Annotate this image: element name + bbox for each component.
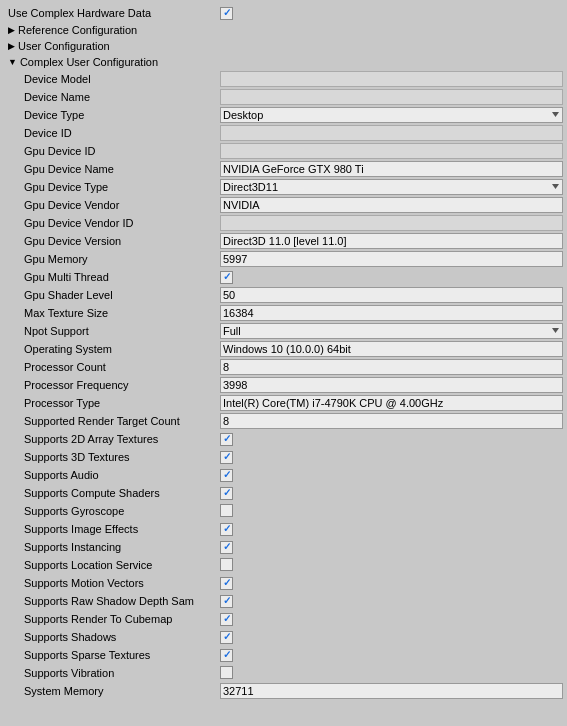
input-gpu-device-id: [220, 143, 563, 159]
field-row-device-type: Device TypeDesktop: [0, 106, 567, 124]
input-operating-system[interactable]: Windows 10 (10.0.0) 64bit: [220, 341, 563, 357]
field-row-gpu-memory: Gpu Memory5997: [0, 250, 567, 268]
label-gpu-device-type: Gpu Device Type: [0, 181, 220, 193]
value-col-supports-gyroscope: [220, 504, 567, 519]
label-supports-sparse-textures: Supports Sparse Textures: [0, 649, 220, 661]
value-col-max-texture-size: 16384: [220, 305, 567, 321]
value-col-gpu-device-version: Direct3D 11.0 [level 11.0]: [220, 233, 567, 249]
label-operating-system: Operating System: [0, 343, 220, 355]
complex-config-arrow: ▼: [8, 57, 17, 67]
value-col-supports-3d-textures: [220, 450, 567, 464]
input-max-texture-size[interactable]: 16384: [220, 305, 563, 321]
value-col-gpu-device-vendor: NVIDIA: [220, 197, 567, 213]
label-npot-support: Npot Support: [0, 325, 220, 337]
complex-config-header[interactable]: ▼ Complex User Configuration: [0, 54, 567, 70]
field-row-gpu-device-version: Gpu Device VersionDirect3D 11.0 [level 1…: [0, 232, 567, 250]
user-config-header[interactable]: ▶ User Configuration: [0, 38, 567, 54]
field-row-supports-2d-array-textures: Supports 2D Array Textures: [0, 430, 567, 448]
input-gpu-memory[interactable]: 5997: [220, 251, 563, 267]
field-row-system-memory: System Memory32711: [0, 682, 567, 700]
field-row-gpu-device-type: Gpu Device TypeDirect3D11: [0, 178, 567, 196]
value-col-processor-count: 8: [220, 359, 567, 375]
label-supports-shadows: Supports Shadows: [0, 631, 220, 643]
field-row-supports-shadows: Supports Shadows: [0, 628, 567, 646]
input-gpu-device-name[interactable]: NVIDIA GeForce GTX 980 Ti: [220, 161, 563, 177]
checkbox-supports-instancing[interactable]: [220, 541, 233, 554]
value-col-gpu-device-name: NVIDIA GeForce GTX 980 Ti: [220, 161, 567, 177]
label-processor-count: Processor Count: [0, 361, 220, 373]
label-device-id: Device ID: [0, 127, 220, 139]
input-system-memory[interactable]: 32711: [220, 683, 563, 699]
value-col-processor-type: Intel(R) Core(TM) i7-4790K CPU @ 4.00GHz: [220, 395, 567, 411]
field-row-supports-location-service: Supports Location Service: [0, 556, 567, 574]
label-gpu-shader-level: Gpu Shader Level: [0, 289, 220, 301]
field-row-supports-image-effects: Supports Image Effects: [0, 520, 567, 538]
input-processor-frequency[interactable]: 3998: [220, 377, 563, 393]
value-col-gpu-device-id: [220, 143, 567, 159]
field-row-gpu-device-name: Gpu Device NameNVIDIA GeForce GTX 980 Ti: [0, 160, 567, 178]
input-gpu-device-version[interactable]: Direct3D 11.0 [level 11.0]: [220, 233, 563, 249]
reference-config-header[interactable]: ▶ Reference Configuration: [0, 22, 567, 38]
checkbox-supports-shadows[interactable]: [220, 631, 233, 644]
label-gpu-multi-thread: Gpu Multi Thread: [0, 271, 220, 283]
value-col-supports-compute-shaders: [220, 486, 567, 500]
field-row-supported-render-target-count: Supported Render Target Count8: [0, 412, 567, 430]
input-device-name: [220, 89, 563, 105]
checkbox-supports-raw-shadow-depth-sam[interactable]: [220, 595, 233, 608]
input-gpu-shader-level[interactable]: 50: [220, 287, 563, 303]
select-device-type[interactable]: Desktop: [220, 107, 563, 123]
user-config-label: User Configuration: [18, 40, 110, 52]
field-row-gpu-multi-thread: Gpu Multi Thread: [0, 268, 567, 286]
checkbox-supports-sparse-textures[interactable]: [220, 649, 233, 662]
value-col-system-memory: 32711: [220, 683, 567, 699]
main-panel: Use Complex Hardware Data ▶ Reference Co…: [0, 0, 567, 704]
label-device-model: Device Model: [0, 73, 220, 85]
value-col-supports-motion-vectors: [220, 576, 567, 590]
checkbox-supports-gyroscope[interactable]: [220, 504, 233, 517]
label-gpu-memory: Gpu Memory: [0, 253, 220, 265]
checkbox-supports-3d-textures[interactable]: [220, 451, 233, 464]
label-gpu-device-name: Gpu Device Name: [0, 163, 220, 175]
field-row-gpu-shader-level: Gpu Shader Level50: [0, 286, 567, 304]
value-col-supports-instancing: [220, 540, 567, 554]
label-gpu-device-version: Gpu Device Version: [0, 235, 220, 247]
label-supports-2d-array-textures: Supports 2D Array Textures: [0, 433, 220, 445]
reference-config-arrow: ▶: [8, 25, 15, 35]
use-complex-checkbox[interactable]: [220, 7, 233, 20]
input-processor-type[interactable]: Intel(R) Core(TM) i7-4790K CPU @ 4.00GHz: [220, 395, 563, 411]
value-col-gpu-memory: 5997: [220, 251, 567, 267]
checkbox-supports-compute-shaders[interactable]: [220, 487, 233, 500]
checkbox-supports-motion-vectors[interactable]: [220, 577, 233, 590]
label-supports-vibration: Supports Vibration: [0, 667, 220, 679]
checkbox-supports-image-effects[interactable]: [220, 523, 233, 536]
field-row-gpu-device-vendor: Gpu Device VendorNVIDIA: [0, 196, 567, 214]
label-system-memory: System Memory: [0, 685, 220, 697]
label-supports-location-service: Supports Location Service: [0, 559, 220, 571]
input-processor-count[interactable]: 8: [220, 359, 563, 375]
value-col-npot-support: Full: [220, 323, 567, 339]
label-device-name: Device Name: [0, 91, 220, 103]
field-row-supports-compute-shaders: Supports Compute Shaders: [0, 484, 567, 502]
select-gpu-device-type[interactable]: Direct3D11: [220, 179, 563, 195]
input-gpu-device-vendor[interactable]: NVIDIA: [220, 197, 563, 213]
field-row-supports-audio: Supports Audio: [0, 466, 567, 484]
checkbox-supports-2d-array-textures[interactable]: [220, 433, 233, 446]
checkbox-supports-vibration[interactable]: [220, 666, 233, 679]
label-supported-render-target-count: Supported Render Target Count: [0, 415, 220, 427]
value-col-processor-frequency: 3998: [220, 377, 567, 393]
value-col-gpu-multi-thread: [220, 270, 567, 284]
use-complex-row: Use Complex Hardware Data: [0, 4, 567, 22]
checkbox-supports-audio[interactable]: [220, 469, 233, 482]
checkbox-supports-location-service[interactable]: [220, 558, 233, 571]
value-col-gpu-device-type: Direct3D11: [220, 179, 567, 195]
checkbox-gpu-multi-thread[interactable]: [220, 271, 233, 284]
reference-config-label: Reference Configuration: [18, 24, 137, 36]
field-row-supports-instancing: Supports Instancing: [0, 538, 567, 556]
label-device-type: Device Type: [0, 109, 220, 121]
field-row-processor-type: Processor TypeIntel(R) Core(TM) i7-4790K…: [0, 394, 567, 412]
field-row-gpu-device-vendor-id: Gpu Device Vendor ID: [0, 214, 567, 232]
checkbox-supports-render-to-cubemap[interactable]: [220, 613, 233, 626]
select-npot-support[interactable]: Full: [220, 323, 563, 339]
input-supported-render-target-count[interactable]: 8: [220, 413, 563, 429]
label-processor-type: Processor Type: [0, 397, 220, 409]
